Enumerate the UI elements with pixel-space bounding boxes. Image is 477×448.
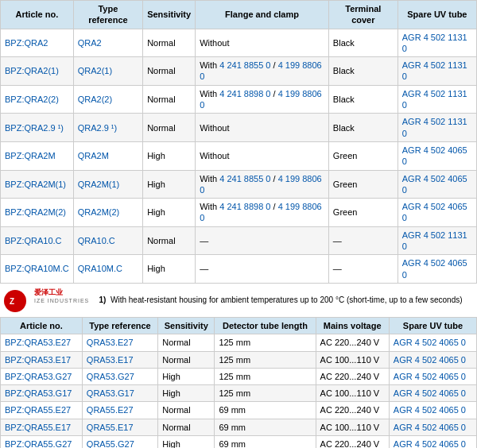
table-cell: High <box>143 170 196 199</box>
table-cell: AGR 4 502 4065 0 <box>389 436 476 448</box>
table-cell: Without <box>196 141 329 170</box>
spare-link[interactable]: AGR 4 502 4065 0 <box>394 439 466 448</box>
table-cell: QRA2 <box>73 29 142 57</box>
article-link[interactable]: BPZ:QRA53.G17 <box>5 388 72 398</box>
article-link[interactable]: BPZ:QRA55.G27 <box>5 439 72 448</box>
note-table: Z 爱泽工业 IZE INDUSTRIES 1) With heat-resis… <box>0 285 477 315</box>
article-link[interactable]: BPZ:QRA10.C <box>5 236 62 245</box>
table-cell: QRA53.G17 <box>82 385 157 402</box>
table-cell: Normal <box>143 114 196 142</box>
table-cell: AGR 4 502 4065 0 <box>389 419 476 435</box>
table-cell: High <box>158 368 215 384</box>
part-link[interactable]: 4 241 8898 0 <box>219 202 270 211</box>
type-link[interactable]: QRA55.E17 <box>87 423 134 432</box>
spare-link[interactable]: AGR 4 502 4065 0 <box>394 372 466 381</box>
spare-link[interactable]: AGR 4 502 4065 0 <box>394 355 466 365</box>
type-link[interactable]: QRA55.E27 <box>87 405 134 415</box>
table-cell: High <box>143 199 196 227</box>
spare-link[interactable]: AGR 4 502 1131 0 <box>402 117 467 137</box>
article-link[interactable]: BPZ:QRA53.E17 <box>5 355 71 365</box>
type-link[interactable]: QRA10.C <box>78 236 115 245</box>
table-cell: BPZ:QRA2M(2) <box>1 199 74 227</box>
col-header-article: Article no. <box>1 1 74 29</box>
table-cell: QRA53.E27 <box>82 334 157 351</box>
part-link[interactable]: 4 241 8898 0 <box>219 89 270 98</box>
table-cell: — <box>196 226 329 255</box>
table-row: BPZ:QRA55.E17QRA55.E17Normal69 mmAC 100.… <box>1 419 477 435</box>
spare-link[interactable]: AGR 4 502 4065 0 <box>402 202 467 222</box>
table-row: BPZ:QRA2M(1)QRA2M(1)HighWith 4 241 8855 … <box>1 170 477 199</box>
type-link[interactable]: QRA2M <box>78 151 109 160</box>
table-cell: — <box>196 255 329 284</box>
note-content: With heat-resistant housing for ambient … <box>111 295 463 304</box>
type-link[interactable]: QRA53.E17 <box>87 355 134 365</box>
type-link[interactable]: QRA2 <box>78 38 102 48</box>
table-row: BPZ:QRA2.9 ¹)QRA2.9 ¹)NormalWithoutBlack… <box>1 114 477 142</box>
spare-link[interactable]: AGR 4 502 4065 0 <box>394 423 466 432</box>
table-cell: Normal <box>158 334 215 351</box>
table-cell: AGR 4 502 1131 0 <box>398 85 476 114</box>
spare-link[interactable]: AGR 4 502 1131 0 <box>402 230 467 251</box>
article-link[interactable]: BPZ:QRA2.9 ¹) <box>5 123 64 133</box>
spare-link[interactable]: AGR 4 502 4065 0 <box>394 405 466 415</box>
article-link[interactable]: BPZ:QRA10M.C <box>5 264 69 273</box>
table-cell: Without <box>196 114 329 142</box>
type-link[interactable]: QRA53.G27 <box>87 372 134 381</box>
table-cell: BPZ:QRA10M.C <box>1 255 74 284</box>
table-cell: With 4 241 8855 0 / 4 199 8806 0 <box>196 57 329 86</box>
spare-link[interactable]: AGR 4 502 1131 0 <box>402 89 467 110</box>
type-link[interactable]: QRA2M(2) <box>78 207 120 217</box>
table-cell: BPZ:QRA53.G17 <box>1 385 83 402</box>
spare-link[interactable]: AGR 4 502 4065 0 <box>402 145 467 166</box>
table-cell: AGR 4 502 1131 0 <box>398 57 476 86</box>
article-link[interactable]: BPZ:QRA2(1) <box>5 66 59 75</box>
type-link[interactable]: QRA2.9 ¹) <box>78 123 118 133</box>
table-cell: AGR 4 502 4065 0 <box>398 170 476 199</box>
article-link[interactable]: BPZ:QRA2M(2) <box>5 207 66 217</box>
table-cell: QRA10M.C <box>73 255 142 284</box>
article-link[interactable]: BPZ:QRA55.E27 <box>5 405 71 415</box>
spare-link[interactable]: AGR 4 502 4065 0 <box>402 258 467 279</box>
logo-en-text: IZE INDUSTRIES <box>34 297 91 304</box>
type-link[interactable]: QRA55.G27 <box>87 439 134 448</box>
type-link[interactable]: QRA53.E27 <box>87 338 134 347</box>
type-link[interactable]: QRA53.G17 <box>87 388 134 398</box>
table-cell: AGR 4 502 4065 0 <box>398 255 476 284</box>
article-link[interactable]: BPZ:QRA2M(1) <box>5 180 66 189</box>
article-link[interactable]: BPZ:QRA2 <box>5 38 48 48</box>
article-link[interactable]: BPZ:QRA2M <box>5 151 56 160</box>
part-link[interactable]: 4 241 8855 0 <box>219 60 270 70</box>
table-row: BPZ:QRA53.E27QRA53.E27Normal125 mmAC 220… <box>1 334 477 351</box>
note-row: Z 爱泽工业 IZE INDUSTRIES 1) With heat-resis… <box>0 285 477 315</box>
col2-header-type: Type reference <box>82 317 157 334</box>
table-row: BPZ:QRA53.G27QRA53.G27High125 mmAC 220..… <box>1 368 477 384</box>
spare-link[interactable]: AGR 4 502 4065 0 <box>394 388 466 398</box>
spare-link[interactable]: AGR 4 502 1131 0 <box>402 60 467 81</box>
spare-link[interactable]: AGR 4 502 4065 0 <box>394 338 466 347</box>
table-cell: Black <box>328 114 398 142</box>
article-link[interactable]: BPZ:QRA53.G27 <box>5 372 72 381</box>
table-cell: AGR 4 502 4065 0 <box>398 141 476 170</box>
part-link[interactable]: 4 241 8855 0 <box>219 174 270 183</box>
table-cell: QRA53.E17 <box>82 351 157 368</box>
table-row: BPZ:QRA2MQRA2MHighWithoutGreenAGR 4 502 … <box>1 141 477 170</box>
type-link[interactable]: QRA2(1) <box>78 66 112 75</box>
col-header-terminal: Terminal cover <box>328 1 398 29</box>
table-cell: Normal <box>143 85 196 114</box>
table-cell: BPZ:QRA2M <box>1 141 74 170</box>
table-cell: BPZ:QRA10.C <box>1 226 74 255</box>
table-cell: AC 100...110 V <box>316 385 389 402</box>
spare-link[interactable]: AGR 4 502 1131 0 <box>402 33 467 53</box>
type-link[interactable]: QRA10M.C <box>78 264 122 273</box>
col-header-type: Type reference <box>73 1 142 29</box>
table-cell: QRA55.G27 <box>82 436 157 448</box>
table-cell: Black <box>328 29 398 57</box>
table-row: BPZ:QRA53.G17QRA53.G17High125 mmAC 100..… <box>1 385 477 402</box>
article-link[interactable]: BPZ:QRA2(2) <box>5 95 59 104</box>
type-link[interactable]: QRA2M(1) <box>78 180 120 189</box>
spare-link[interactable]: AGR 4 502 4065 0 <box>402 174 467 195</box>
article-link[interactable]: BPZ:QRA53.E27 <box>5 338 71 347</box>
type-link[interactable]: QRA2(2) <box>78 95 112 104</box>
article-link[interactable]: BPZ:QRA55.E17 <box>5 423 71 432</box>
table-row: BPZ:QRA2M(2)QRA2M(2)HighWith 4 241 8898 … <box>1 199 477 227</box>
